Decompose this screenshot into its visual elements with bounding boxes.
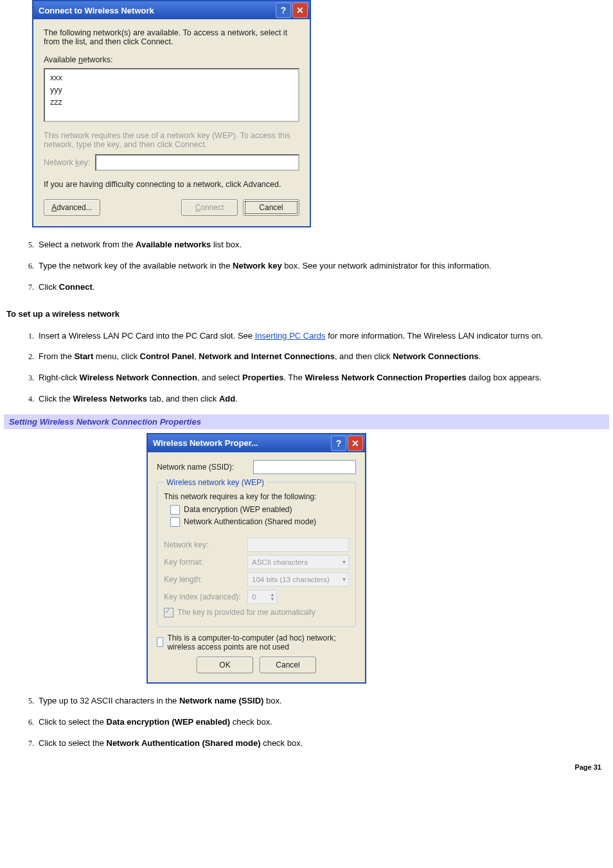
text: Type up to 32 ASCII characters in the bbox=[39, 696, 179, 705]
close-icon[interactable]: ✕ bbox=[348, 436, 363, 451]
properties-dialog-titlebar: Wireless Network Proper... ? ✕ bbox=[148, 434, 365, 452]
key-length-label: Key length: bbox=[164, 575, 247, 584]
text: dailog box appears. bbox=[466, 373, 542, 382]
properties-dialog-wrapper: Wireless Network Proper... ? ✕ Network n… bbox=[147, 433, 364, 684]
text: . The bbox=[283, 373, 305, 382]
chevron-down-icon: ▾ bbox=[342, 558, 346, 565]
label-accelerator: n bbox=[78, 55, 83, 64]
steps-list-b: Insert a Wireless LAN PC Card into the P… bbox=[4, 330, 609, 405]
list-item[interactable]: yyy bbox=[50, 84, 293, 96]
list-item[interactable]: xxx bbox=[50, 72, 293, 84]
right-button-group: Connect Cancel bbox=[181, 199, 299, 216]
connect-dialog-title: Connect to Wireless Network bbox=[39, 6, 274, 15]
select-value: 104 bits (13 characters) bbox=[252, 576, 330, 583]
connect-dialog-buttons: Advanced... Connect Cancel bbox=[44, 199, 299, 216]
key-index-row: Key index (advanced): 0 ▲▼ bbox=[164, 590, 349, 604]
text: , and then click bbox=[335, 351, 393, 361]
key-length-select: 104 bits (13 characters) ▾ bbox=[247, 572, 349, 587]
help-icon[interactable]: ? bbox=[331, 436, 346, 451]
network-key-input[interactable] bbox=[95, 154, 299, 171]
text: Click to select the bbox=[39, 717, 107, 727]
text: menu, click bbox=[93, 351, 139, 361]
steps-list-c: Type up to 32 ASCII characters in the Ne… bbox=[4, 695, 609, 750]
ssid-label: Network name (SSID): bbox=[157, 463, 253, 472]
btn-text: dvanced... bbox=[57, 203, 92, 212]
steps-list-a: Select a network from the Available netw… bbox=[4, 239, 609, 294]
shared-mode-checkbox-row[interactable]: Network Authentication (Shared mode) bbox=[164, 517, 349, 527]
chevron-down-icon: ▾ bbox=[342, 576, 346, 583]
advanced-button[interactable]: Advanced... bbox=[44, 199, 100, 216]
text: Right-click bbox=[39, 373, 80, 382]
bold-text: Available networks bbox=[136, 240, 211, 249]
checkbox-icon[interactable] bbox=[170, 505, 180, 515]
text: . bbox=[93, 282, 95, 292]
label-part: etworks: bbox=[83, 55, 113, 64]
cancel-button[interactable]: Cancel bbox=[243, 199, 299, 216]
checkbox-icon[interactable] bbox=[170, 517, 180, 527]
bold-text: Properties bbox=[242, 373, 283, 382]
properties-dialog-buttons: OK Cancel bbox=[157, 657, 356, 673]
difficulty-text: If you are having difficulty connecting … bbox=[44, 180, 299, 189]
key-index-label: Key index (advanced): bbox=[164, 592, 247, 601]
available-networks-label: Available networks: bbox=[44, 55, 299, 64]
wep-groupbox: Wireless network key (WEP) This network … bbox=[157, 478, 356, 627]
checkbox-icon[interactable] bbox=[157, 637, 163, 647]
label-part: ey: bbox=[80, 158, 91, 167]
text: for more information. The Wireless LAN i… bbox=[326, 331, 544, 341]
network-key-input bbox=[247, 538, 349, 552]
text: tab, and then click bbox=[147, 394, 219, 403]
list-item: Insert a Wireless LAN PC Card into the P… bbox=[36, 330, 609, 342]
key-format-select: ASCII characters ▾ bbox=[247, 555, 349, 569]
text: check box. bbox=[230, 717, 272, 727]
spinner-arrows-icon: ▲▼ bbox=[270, 592, 275, 601]
page-number: Page 31 bbox=[574, 763, 601, 771]
properties-dialog: Wireless Network Proper... ? ✕ Network n… bbox=[147, 433, 366, 684]
close-icon[interactable]: ✕ bbox=[292, 3, 308, 18]
adhoc-checkbox-row[interactable]: This is a computer-to-computer (ad hoc) … bbox=[157, 633, 356, 651]
key-format-label: Key format: bbox=[164, 558, 247, 567]
properties-dialog-title: Wireless Network Proper... bbox=[153, 438, 330, 448]
list-item: Right-click Wireless Network Connection,… bbox=[36, 372, 609, 384]
list-item[interactable]: zzz bbox=[50, 96, 293, 109]
key-length-row: Key length: 104 bits (13 characters) ▾ bbox=[164, 572, 349, 587]
list-item: Type up to 32 ASCII characters in the Ne… bbox=[36, 695, 609, 707]
checkbox-icon bbox=[164, 608, 173, 617]
bold-text: Connect bbox=[59, 282, 93, 292]
connect-dialog-body: The following network(s) are available. … bbox=[33, 19, 310, 226]
text: . bbox=[479, 351, 481, 361]
list-item: Click to select the Data encryption (WEP… bbox=[36, 716, 609, 729]
key-format-row: Key format: ASCII characters ▾ bbox=[164, 555, 349, 569]
help-icon[interactable]: ? bbox=[276, 3, 291, 18]
connect-button[interactable]: Connect bbox=[181, 199, 238, 216]
inserting-pc-cards-link[interactable]: Inserting PC Cards bbox=[255, 331, 326, 341]
select-value: ASCII characters bbox=[252, 558, 308, 566]
btn-accelerator: A bbox=[51, 203, 57, 212]
list-item: Select a network from the Available netw… bbox=[36, 239, 609, 251]
requires-text: This network requires a key for the foll… bbox=[164, 492, 349, 501]
list-item: Type the network key of the available ne… bbox=[36, 260, 609, 272]
text: Click the bbox=[39, 394, 73, 403]
text: Click to select the bbox=[39, 738, 107, 748]
network-key-row: Network key: bbox=[44, 154, 299, 171]
text: check box. bbox=[261, 738, 303, 748]
btn-text: onnect bbox=[200, 203, 224, 212]
connect-dialog-titlebar: Connect to Wireless Network ? ✕ bbox=[33, 1, 310, 19]
bold-text: Network name (SSID) bbox=[179, 696, 263, 705]
label-part: Network bbox=[44, 158, 75, 167]
text: From the bbox=[39, 351, 75, 361]
cancel-button[interactable]: Cancel bbox=[260, 657, 316, 673]
bold-text: Network and Internet Connections bbox=[199, 351, 335, 361]
bold-text: Network Authentication (Shared mode) bbox=[107, 738, 261, 748]
btn-accelerator: C bbox=[195, 203, 201, 212]
wep-group-legend: Wireless network key (WEP) bbox=[164, 478, 267, 487]
available-networks-listbox[interactable]: xxx yyy zzz bbox=[44, 68, 299, 122]
network-key-label: Network key: bbox=[44, 158, 90, 167]
ssid-input[interactable] bbox=[253, 460, 356, 474]
list-item: From the Start menu, click Control Panel… bbox=[36, 351, 609, 363]
wep-enabled-checkbox-row[interactable]: Data encryption (WEP enabled) bbox=[164, 505, 349, 515]
section-heading: To set up a wireless network bbox=[6, 309, 609, 319]
checkbox-label: Data encryption (WEP enabled) bbox=[184, 505, 292, 514]
bold-text: Data encryption (WEP enabled) bbox=[107, 717, 231, 727]
ok-button[interactable]: OK bbox=[197, 657, 253, 673]
list-item: Click Connect. bbox=[36, 281, 609, 294]
